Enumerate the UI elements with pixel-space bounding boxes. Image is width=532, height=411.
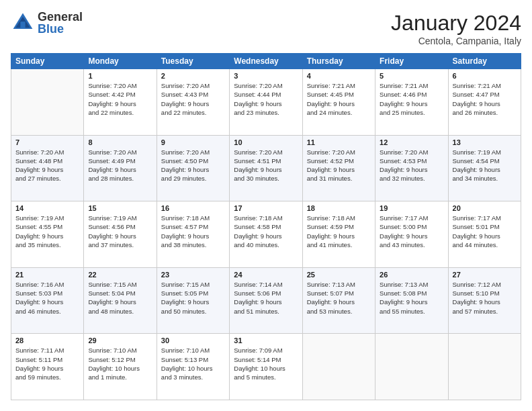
day-number: 18 [307, 204, 371, 212]
day-number: 9 [161, 138, 225, 146]
calendar-cell: 2Sunrise: 7:20 AM Sunset: 4:43 PM Daylig… [157, 69, 229, 136]
calendar-cell: 16Sunrise: 7:18 AM Sunset: 4:57 PM Dayli… [157, 201, 229, 268]
weekday-header-friday: Friday [375, 54, 448, 69]
day-number: 31 [234, 336, 298, 345]
day-info: Sunrise: 7:20 AM Sunset: 4:49 PM Dayligh… [88, 148, 152, 183]
calendar-cell: 20Sunrise: 7:17 AM Sunset: 5:01 PM Dayli… [448, 201, 521, 268]
logo: General Blue [11, 11, 83, 35]
day-info: Sunrise: 7:21 AM Sunset: 4:47 PM Dayligh… [453, 81, 517, 117]
calendar-table: SundayMondayTuesdayWednesdayThursdayFrid… [11, 53, 521, 400]
day-info: Sunrise: 7:19 AM Sunset: 4:54 PM Dayligh… [453, 148, 517, 183]
day-number: 3 [234, 72, 298, 80]
week-row-3: 14Sunrise: 7:19 AM Sunset: 4:55 PM Dayli… [11, 201, 521, 268]
calendar-cell: 30Sunrise: 7:10 AM Sunset: 5:13 PM Dayli… [157, 334, 229, 400]
calendar-cell: 22Sunrise: 7:15 AM Sunset: 5:04 PM Dayli… [84, 267, 157, 334]
day-info: Sunrise: 7:20 AM Sunset: 4:53 PM Dayligh… [380, 148, 443, 183]
weekday-header-sunday: Sunday [11, 54, 84, 69]
calendar-cell: 31Sunrise: 7:09 AM Sunset: 5:14 PM Dayli… [230, 334, 302, 400]
week-row-4: 21Sunrise: 7:16 AM Sunset: 5:03 PM Dayli… [11, 267, 521, 334]
day-number: 1 [88, 72, 152, 80]
week-row-1: 1Sunrise: 7:20 AM Sunset: 4:42 PM Daylig… [11, 69, 521, 136]
day-number: 14 [15, 204, 79, 212]
day-number: 30 [161, 336, 225, 345]
day-info: Sunrise: 7:19 AM Sunset: 4:56 PM Dayligh… [88, 214, 152, 249]
calendar-cell: 3Sunrise: 7:20 AM Sunset: 4:44 PM Daylig… [230, 69, 302, 136]
day-number: 8 [88, 138, 152, 146]
calendar-cell: 1Sunrise: 7:20 AM Sunset: 4:42 PM Daylig… [84, 69, 157, 136]
day-number: 11 [307, 138, 371, 146]
weekday-header-thursday: Thursday [302, 54, 375, 69]
location-subtitle: Centola, Campania, Italy [391, 36, 521, 46]
calendar-cell: 5Sunrise: 7:21 AM Sunset: 4:46 PM Daylig… [375, 69, 448, 136]
day-number: 13 [453, 138, 517, 146]
day-info: Sunrise: 7:10 AM Sunset: 5:13 PM Dayligh… [161, 346, 225, 381]
weekday-header-wednesday: Wednesday [230, 54, 302, 69]
calendar-cell: 29Sunrise: 7:10 AM Sunset: 5:12 PM Dayli… [84, 334, 157, 400]
logo-icon [11, 11, 35, 35]
calendar-cell: 12Sunrise: 7:20 AM Sunset: 4:53 PM Dayli… [375, 135, 448, 201]
calendar-cell: 26Sunrise: 7:13 AM Sunset: 5:08 PM Dayli… [375, 267, 448, 334]
day-number: 17 [234, 204, 298, 212]
day-info: Sunrise: 7:13 AM Sunset: 5:08 PM Dayligh… [380, 280, 443, 316]
day-number: 16 [161, 204, 225, 212]
day-number: 19 [380, 204, 443, 212]
day-info: Sunrise: 7:21 AM Sunset: 4:45 PM Dayligh… [307, 81, 371, 117]
day-info: Sunrise: 7:20 AM Sunset: 4:44 PM Dayligh… [234, 81, 298, 117]
day-number: 28 [15, 336, 79, 345]
day-info: Sunrise: 7:19 AM Sunset: 4:55 PM Dayligh… [15, 214, 79, 249]
logo-text: General Blue [38, 11, 83, 35]
day-info: Sunrise: 7:20 AM Sunset: 4:42 PM Dayligh… [88, 81, 152, 117]
day-info: Sunrise: 7:14 AM Sunset: 5:06 PM Dayligh… [234, 280, 298, 316]
calendar-cell [375, 334, 448, 400]
day-info: Sunrise: 7:15 AM Sunset: 5:05 PM Dayligh… [161, 280, 225, 316]
day-number: 26 [380, 271, 443, 279]
calendar-cell: 8Sunrise: 7:20 AM Sunset: 4:49 PM Daylig… [84, 135, 157, 201]
day-number: 2 [161, 72, 225, 80]
day-info: Sunrise: 7:20 AM Sunset: 4:52 PM Dayligh… [307, 148, 371, 183]
day-number: 6 [453, 72, 517, 80]
day-number: 25 [307, 271, 371, 279]
svg-rect-2 [20, 21, 25, 29]
day-info: Sunrise: 7:20 AM Sunset: 4:48 PM Dayligh… [15, 148, 79, 183]
calendar-cell: 11Sunrise: 7:20 AM Sunset: 4:52 PM Dayli… [302, 135, 375, 201]
calendar-cell: 23Sunrise: 7:15 AM Sunset: 5:05 PM Dayli… [157, 267, 229, 334]
calendar-cell: 7Sunrise: 7:20 AM Sunset: 4:48 PM Daylig… [11, 135, 84, 201]
week-row-2: 7Sunrise: 7:20 AM Sunset: 4:48 PM Daylig… [11, 135, 521, 201]
weekday-header-row: SundayMondayTuesdayWednesdayThursdayFrid… [11, 54, 521, 69]
weekday-header-monday: Monday [84, 54, 157, 69]
day-info: Sunrise: 7:11 AM Sunset: 5:11 PM Dayligh… [15, 346, 79, 381]
day-number: 7 [15, 138, 79, 146]
calendar-cell: 6Sunrise: 7:21 AM Sunset: 4:47 PM Daylig… [448, 69, 521, 136]
calendar-cell [11, 69, 84, 136]
day-info: Sunrise: 7:16 AM Sunset: 5:03 PM Dayligh… [15, 280, 79, 316]
day-info: Sunrise: 7:17 AM Sunset: 5:01 PM Dayligh… [453, 214, 517, 249]
calendar-cell: 28Sunrise: 7:11 AM Sunset: 5:11 PM Dayli… [11, 334, 84, 400]
day-info: Sunrise: 7:17 AM Sunset: 5:00 PM Dayligh… [380, 214, 443, 249]
day-info: Sunrise: 7:13 AM Sunset: 5:07 PM Dayligh… [307, 280, 371, 316]
day-info: Sunrise: 7:18 AM Sunset: 4:58 PM Dayligh… [234, 214, 298, 249]
day-info: Sunrise: 7:15 AM Sunset: 5:04 PM Dayligh… [88, 280, 152, 316]
logo-blue: Blue [38, 23, 83, 35]
day-number: 23 [161, 271, 225, 279]
day-info: Sunrise: 7:12 AM Sunset: 5:10 PM Dayligh… [453, 280, 517, 316]
calendar-cell [448, 334, 521, 400]
day-number: 20 [453, 204, 517, 212]
calendar-cell: 9Sunrise: 7:20 AM Sunset: 4:50 PM Daylig… [157, 135, 229, 201]
calendar-cell: 4Sunrise: 7:21 AM Sunset: 4:45 PM Daylig… [302, 69, 375, 136]
day-number: 12 [380, 138, 443, 146]
calendar-cell [302, 334, 375, 400]
calendar-cell: 10Sunrise: 7:20 AM Sunset: 4:51 PM Dayli… [230, 135, 302, 201]
day-number: 29 [88, 336, 152, 345]
day-number: 4 [307, 72, 371, 80]
header: General Blue January 2024 Centola, Campa… [11, 11, 521, 46]
calendar-cell: 13Sunrise: 7:19 AM Sunset: 4:54 PM Dayli… [448, 135, 521, 201]
calendar-cell: 15Sunrise: 7:19 AM Sunset: 4:56 PM Dayli… [84, 201, 157, 268]
calendar-cell: 19Sunrise: 7:17 AM Sunset: 5:00 PM Dayli… [375, 201, 448, 268]
day-info: Sunrise: 7:09 AM Sunset: 5:14 PM Dayligh… [234, 346, 298, 381]
month-title: January 2024 [391, 11, 521, 36]
week-row-5: 28Sunrise: 7:11 AM Sunset: 5:11 PM Dayli… [11, 334, 521, 400]
day-number: 22 [88, 271, 152, 279]
day-number: 27 [453, 271, 517, 279]
calendar-cell: 25Sunrise: 7:13 AM Sunset: 5:07 PM Dayli… [302, 267, 375, 334]
page: General Blue January 2024 Centola, Campa… [0, 0, 532, 411]
